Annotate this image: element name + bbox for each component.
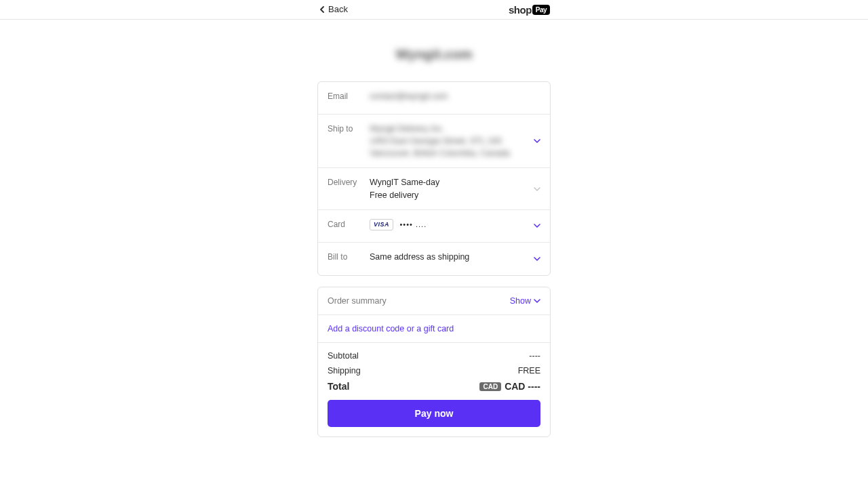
order-summary-title: Order summary bbox=[328, 296, 387, 306]
totals-section: Subtotal ---- Shipping FREE Total CADCAD… bbox=[318, 343, 550, 436]
delivery-price: Free delivery bbox=[370, 189, 527, 201]
discount-code-link[interactable]: Add a discount code or a gift card bbox=[318, 315, 550, 343]
total-label: Total bbox=[328, 381, 349, 392]
delivery-label: Delivery bbox=[328, 176, 370, 187]
order-summary-header: Order summary Show bbox=[318, 287, 550, 315]
shipping-value: FREE bbox=[518, 366, 540, 375]
bill-to-label: Bill to bbox=[328, 251, 370, 262]
total-row: Total CADCAD ---- bbox=[328, 381, 540, 392]
delivery-value: WyngIT Same-day Free delivery bbox=[370, 176, 540, 201]
ship-to-label: Ship to bbox=[328, 123, 370, 134]
total-value: CADCAD ---- bbox=[479, 381, 540, 392]
ship-to-value: Wyngit Delivery Inc. 1453 East Georgia S… bbox=[370, 123, 540, 159]
bill-to-row[interactable]: Bill to Same address as shipping bbox=[318, 243, 550, 275]
total-amount: CAD ---- bbox=[505, 381, 540, 392]
email-value: contact@wyngit.com bbox=[370, 90, 540, 102]
delivery-row: Delivery WyngIT Same-day Free delivery bbox=[318, 168, 550, 209]
subtotal-label: Subtotal bbox=[328, 351, 359, 361]
shipping-row: Shipping FREE bbox=[328, 366, 540, 375]
chevron-down-icon bbox=[534, 298, 540, 304]
store-name: Wyngit.com bbox=[396, 47, 473, 62]
card-label: Card bbox=[328, 218, 370, 229]
email-row: Email contact@wyngit.com bbox=[318, 82, 550, 115]
ship-to-line3: Vancouver, British Columbia, Canada bbox=[370, 147, 527, 159]
show-label: Show bbox=[510, 296, 531, 306]
subtotal-value: ---- bbox=[529, 351, 540, 361]
email-label: Email bbox=[328, 90, 370, 101]
chevron-down-icon bbox=[534, 183, 540, 195]
shop-pay-badge: Pay bbox=[532, 5, 550, 15]
back-button[interactable]: Back bbox=[319, 4, 348, 14]
card-masked: •••• .... bbox=[400, 220, 427, 228]
chevron-down-icon[interactable] bbox=[534, 220, 540, 232]
main-content: Wyngit.com Email contact@wyngit.com Ship… bbox=[0, 20, 868, 437]
review-card: Email contact@wyngit.com Ship to Wyngit … bbox=[317, 81, 551, 276]
order-summary-toggle[interactable]: Show bbox=[510, 296, 540, 306]
back-label: Back bbox=[328, 4, 348, 14]
ship-to-row[interactable]: Ship to Wyngit Delivery Inc. 1453 East G… bbox=[318, 115, 550, 168]
chevron-down-icon[interactable] bbox=[534, 253, 540, 265]
shipping-label: Shipping bbox=[328, 366, 361, 375]
card-value: VISA •••• .... bbox=[370, 218, 540, 230]
subtotal-row: Subtotal ---- bbox=[328, 351, 540, 361]
bill-to-value: Same address as shipping bbox=[370, 251, 540, 263]
delivery-method: WyngIT Same-day bbox=[370, 176, 527, 188]
chevron-left-icon bbox=[319, 5, 326, 14]
shop-pay-text: shop bbox=[509, 4, 532, 16]
pay-now-button[interactable]: Pay now bbox=[328, 400, 540, 427]
currency-badge: CAD bbox=[479, 382, 501, 391]
top-bar: Back shop Pay bbox=[0, 0, 868, 20]
shop-pay-logo: shop Pay bbox=[509, 4, 550, 16]
ship-to-line1: Wyngit Delivery Inc. bbox=[370, 123, 527, 135]
order-summary-card: Order summary Show Add a discount code o… bbox=[317, 287, 551, 437]
chevron-down-icon[interactable] bbox=[534, 135, 540, 147]
card-row[interactable]: Card VISA •••• .... bbox=[318, 210, 550, 243]
ship-to-line2: 1453 East Georgia Street, STL 243 bbox=[370, 135, 527, 147]
visa-icon: VISA bbox=[370, 219, 393, 230]
